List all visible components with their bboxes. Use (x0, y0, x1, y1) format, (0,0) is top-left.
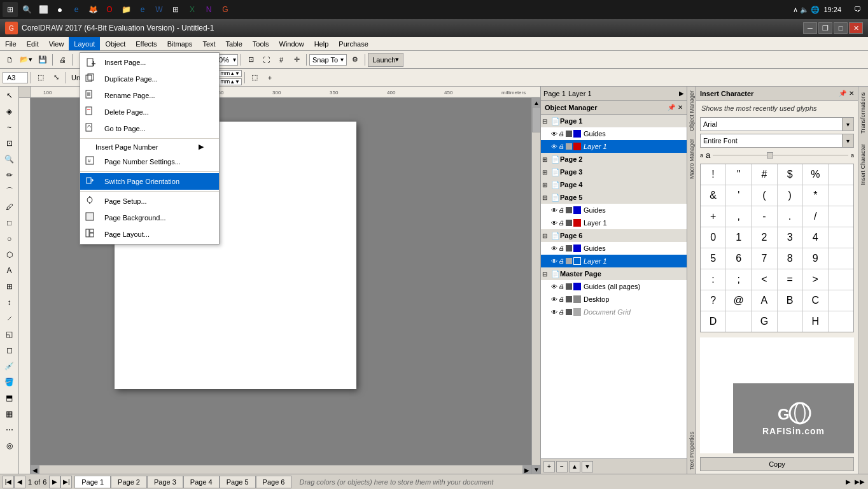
page-2-header[interactable]: ⊞ 📄 Page 2 (541, 153, 687, 166)
tool-freehand[interactable]: ✏ (2, 167, 17, 183)
char-cell-7[interactable]: 7 (752, 248, 776, 269)
tool-fill[interactable]: 🪣 (2, 374, 17, 390)
char-cell-B[interactable]: B (778, 290, 802, 311)
add-page-button[interactable]: + (263, 71, 277, 85)
char-cell-exclaim[interactable]: ! (701, 164, 725, 185)
print-button[interactable]: 🖨 (55, 53, 69, 67)
page-tab-1[interactable]: Page 1 (74, 476, 111, 488)
menu-insert-page[interactable]: Insert Page... (80, 54, 219, 71)
char-cell-dot[interactable]: . (778, 206, 802, 227)
master-docgrid-row[interactable]: 👁 🖨 Document Grid (541, 306, 687, 318)
menu-text[interactable]: Text (197, 37, 220, 50)
scrollbar-vertical[interactable]: ▲ ▼ (531, 98, 540, 474)
page-6-header[interactable]: ⊟ 📄 Page 6 (541, 229, 687, 242)
page-6-guides-row[interactable]: 👁 🖨 Guides (541, 242, 687, 255)
char-cell-hash[interactable]: # (752, 164, 776, 185)
page-first-btn[interactable]: |◀ (3, 476, 14, 488)
explorer-icon[interactable]: 📁 (118, 2, 134, 17)
menu-goto-page[interactable]: Go to Page... (80, 120, 219, 137)
word-icon[interactable]: W (151, 2, 167, 17)
char-cell-quote[interactable]: " (726, 164, 751, 185)
page-next-btn[interactable]: ▶ (49, 476, 60, 488)
notification-icon[interactable]: 🗨 (850, 2, 865, 17)
tool-connector[interactable]: ⟋ (2, 311, 17, 326)
scroll-right[interactable]: ▶ (522, 465, 531, 474)
char-cell-3[interactable]: 3 (778, 227, 802, 248)
menu-help[interactable]: Help (309, 37, 334, 50)
page-tab-6[interactable]: Page 6 (256, 476, 292, 488)
master-page-header[interactable]: ⊟ 📄 Master Page (541, 267, 687, 280)
menu-delete-page[interactable]: Delete Page... (80, 104, 219, 120)
size-slider-thumb[interactable] (767, 152, 773, 159)
edge-icon[interactable]: e (135, 2, 150, 17)
tab-macro-manager[interactable]: Macro Manager (687, 135, 696, 183)
menu-view[interactable]: View (44, 37, 69, 50)
move-layer-down[interactable]: ▼ (582, 461, 593, 472)
save-button[interactable]: 💾 (36, 53, 50, 67)
page-5-header[interactable]: ⊟ 📄 Page 5 (541, 191, 687, 204)
page-6-layer1-row[interactable]: 👁 🖨 Layer 1 (541, 255, 687, 267)
page-tab-5[interactable]: Page 5 (220, 476, 256, 488)
char-cell-empty2[interactable] (829, 185, 853, 206)
char-cell-4[interactable]: 4 (803, 227, 828, 248)
menu-insert-page-number[interactable]: Insert Page Number ▶ (80, 140, 219, 153)
tool-smear[interactable]: ~ (2, 120, 17, 135)
menu-rename-page[interactable]: Rename Page... (80, 87, 219, 104)
page-prev-btn[interactable]: ◀ (14, 476, 25, 488)
char-cell-question[interactable]: ? (701, 290, 725, 311)
char-cell-comma[interactable]: , (726, 206, 751, 227)
master-page-expand[interactable]: ⊟ (542, 271, 551, 278)
char-cell-lparen[interactable]: ( (752, 185, 776, 206)
task-view-icon[interactable]: ⬜ (36, 2, 51, 17)
page-1-layer1-row[interactable]: 👁 🖨 Layer 1 (541, 140, 687, 153)
tab-insert-character[interactable]: Insert Character (858, 139, 868, 190)
char-cell-H[interactable]: H (803, 311, 828, 332)
page-1-guides-row[interactable]: 👁 🖨 Guides (541, 127, 687, 140)
ie-icon[interactable]: e (69, 2, 84, 17)
launch-button[interactable]: Launch ▾ (368, 53, 403, 67)
tab-transformations[interactable]: Transformations (858, 87, 868, 139)
char-cell-rparen[interactable]: ) (778, 185, 802, 206)
full-screen-button[interactable]: ⛶ (259, 53, 273, 67)
char-cell-0[interactable]: 0 (701, 227, 725, 248)
fit-page-button[interactable]: ⊡ (244, 53, 258, 67)
tool-transparency[interactable]: ◻ (2, 343, 17, 358)
size-slider[interactable] (713, 155, 848, 156)
page-tabs-scroll-end[interactable]: ▶▶ (854, 476, 865, 488)
copy-char-button[interactable]: Copy (700, 457, 854, 471)
tab-object-manager[interactable]: Object Manager (687, 87, 696, 135)
tool-blend[interactable]: ⋯ (2, 422, 17, 437)
scroll-up[interactable]: ▲ (532, 98, 540, 107)
menu-purchase[interactable]: Purchase (333, 37, 373, 50)
tool-shape[interactable]: ◈ (2, 104, 17, 119)
delete-layer-button[interactable]: − (556, 461, 568, 472)
search-icon[interactable]: 🔍 (19, 2, 34, 17)
char-cell-semicolon[interactable]: ; (726, 269, 751, 290)
menu-page-number-settings[interactable]: # Page Number Settings... (80, 153, 219, 170)
page-tab-4[interactable]: Page 4 (183, 476, 220, 488)
char-cell-8[interactable]: 8 (778, 248, 802, 269)
char-cell-empty9[interactable] (778, 311, 802, 332)
char-cell-empty4[interactable] (829, 227, 853, 248)
obj-manager-close[interactable]: ✕ (678, 104, 683, 111)
snap-settings-button[interactable]: ⚙ (348, 53, 362, 67)
page-6-expand[interactable]: ⊟ (542, 232, 551, 239)
menu-bitmaps[interactable]: Bitmaps (162, 37, 198, 50)
style-dropdown-btn[interactable]: ▾ (842, 134, 853, 147)
opera-icon[interactable]: O (102, 2, 117, 17)
char-cell-slash[interactable]: / (803, 206, 828, 227)
char-cell-dollar[interactable]: $ (778, 164, 802, 185)
char-cell-6[interactable]: 6 (726, 248, 751, 269)
windows-icon2[interactable]: ⊞ (168, 2, 183, 17)
char-cell-C[interactable]: C (803, 290, 828, 311)
char-cell-gt[interactable]: > (803, 269, 828, 290)
char-cell-at[interactable]: @ (726, 290, 751, 311)
char-cell-plus[interactable]: + (701, 206, 725, 227)
char-cell-asterisk[interactable]: * (803, 185, 828, 206)
tool-table[interactable]: ⊞ (2, 279, 17, 294)
menu-page-layout[interactable]: Page Layout... (80, 226, 219, 243)
new-button[interactable]: 🗋 (3, 53, 17, 67)
char-cell-2[interactable]: 2 (752, 227, 776, 248)
menu-object[interactable]: Object (100, 37, 130, 50)
restore-button[interactable]: ❐ (818, 22, 832, 34)
